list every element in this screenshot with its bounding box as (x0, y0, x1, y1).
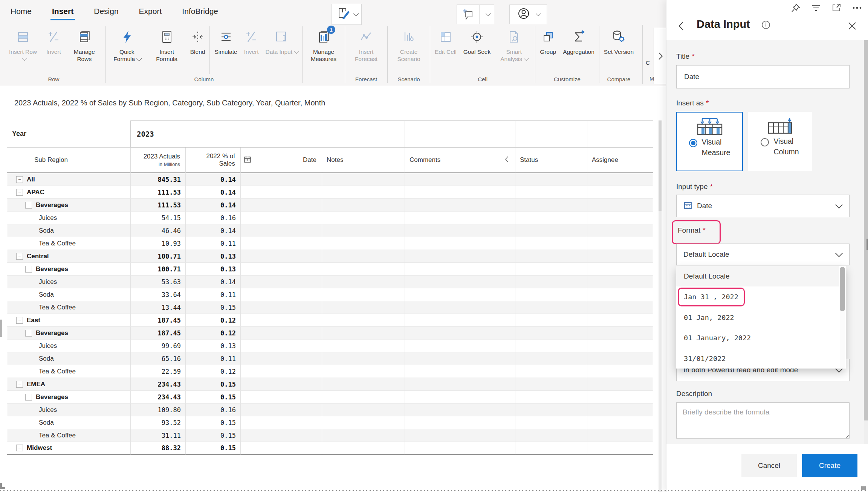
notes-cell[interactable] (322, 352, 405, 365)
date-cell[interactable] (240, 365, 322, 378)
actuals-value-cell[interactable]: 22.59 (130, 365, 185, 378)
format-option[interactable]: 01 Jan, 2022 (676, 307, 839, 327)
actuals-value-cell[interactable]: 234.43 (130, 391, 185, 404)
actuals-value-cell[interactable]: 187.45 (130, 327, 185, 340)
comments-cell[interactable] (405, 429, 515, 442)
pct-sales-value-cell[interactable]: 0.11 (185, 237, 240, 250)
notes-cell[interactable] (322, 429, 405, 442)
collapse-row-icon[interactable]: − (16, 189, 23, 196)
assignee-cell[interactable] (587, 442, 653, 455)
pct-sales-value-cell[interactable]: 0.14 (185, 173, 240, 186)
status-cell[interactable] (515, 340, 587, 352)
tab-home[interactable]: Home (10, 5, 32, 17)
pct-sales-value-cell[interactable]: 0.11 (185, 288, 240, 301)
column-header-status[interactable]: Status (515, 148, 587, 173)
column-header-comments[interactable]: Comments (405, 148, 515, 173)
column-header-assignee[interactable]: Assignee (587, 148, 653, 173)
date-cell[interactable] (240, 301, 322, 314)
comments-cell[interactable] (405, 340, 515, 352)
comments-cell[interactable] (405, 199, 515, 212)
column-header-sub-region[interactable]: Sub Region (7, 148, 130, 173)
notes-cell[interactable] (322, 340, 405, 352)
status-cell[interactable] (515, 276, 587, 288)
date-cell[interactable] (240, 404, 322, 416)
pct-sales-value-cell[interactable]: 0.15 (185, 378, 240, 391)
status-cell[interactable] (515, 416, 587, 429)
actuals-value-cell[interactable]: 53.63 (130, 276, 185, 288)
comments-cell[interactable] (405, 314, 515, 327)
pct-sales-value-cell[interactable]: 0.13 (185, 340, 240, 352)
title-input[interactable] (676, 65, 850, 88)
status-cell[interactable] (515, 378, 587, 391)
actuals-value-cell[interactable]: 111.53 (130, 186, 185, 199)
comments-cell[interactable] (405, 212, 515, 224)
collapse-row-icon[interactable]: − (25, 330, 32, 337)
format-select[interactable]: Default Locale (676, 244, 850, 265)
actuals-value-cell[interactable]: 93.52 (130, 416, 185, 429)
pct-sales-value-cell[interactable]: 0.15 (185, 391, 240, 404)
visual-column-radio[interactable] (761, 138, 769, 146)
ribbon-overflow-button[interactable] (654, 28, 666, 84)
notes-cell[interactable] (322, 199, 405, 212)
edit-cell-button[interactable]: Edit Cell (431, 25, 460, 55)
status-cell[interactable] (515, 301, 587, 314)
status-cell[interactable] (515, 365, 587, 378)
row-name-cell[interactable]: −East (7, 314, 130, 327)
date-cell[interactable] (240, 391, 322, 404)
resize-corner-left[interactable] (0, 483, 5, 489)
row-name-cell[interactable]: Soda (7, 416, 130, 429)
row-name-cell[interactable]: −Beverages (7, 327, 130, 340)
tab-design[interactable]: Design (93, 5, 119, 17)
date-cell[interactable] (240, 416, 322, 429)
column-header-date[interactable]: Date (240, 148, 322, 173)
pct-sales-value-cell[interactable]: 0.14 (185, 199, 240, 212)
group-button[interactable]: Group (536, 25, 559, 55)
row-name-cell[interactable]: Tea & Coffee (7, 429, 130, 442)
actuals-value-cell[interactable]: 65.16 (130, 352, 185, 365)
actuals-value-cell[interactable]: 33.64 (130, 288, 185, 301)
aggregation-button[interactable]: Aggregation (559, 25, 598, 55)
comments-cell[interactable] (405, 365, 515, 378)
actuals-value-cell[interactable]: 31.11 (130, 429, 185, 442)
year-value-cell[interactable]: 2023 (130, 120, 322, 148)
filter-icon[interactable] (811, 3, 821, 14)
pct-sales-value-cell[interactable]: 0.16 (185, 404, 240, 416)
status-cell[interactable] (515, 404, 587, 416)
left-scrollbar-thumb[interactable] (0, 320, 2, 337)
date-cell[interactable] (240, 378, 322, 391)
status-cell[interactable] (515, 429, 587, 442)
comments-cell[interactable] (405, 352, 515, 365)
assignee-cell[interactable] (587, 250, 653, 263)
date-cell[interactable] (240, 263, 322, 276)
row-name-cell[interactable]: Soda (7, 224, 130, 237)
date-cell[interactable] (240, 237, 322, 250)
comments-cell[interactable] (405, 276, 515, 288)
pct-sales-value-cell[interactable]: 0.15 (185, 416, 240, 429)
format-option[interactable]: 01 January, 2022 (676, 327, 839, 348)
format-option[interactable]: Default Locale (676, 266, 839, 286)
format-option-annotated[interactable]: Jan 31 , 2022 (676, 286, 839, 307)
actuals-value-cell[interactable]: 845.31 (130, 173, 185, 186)
comments-cell[interactable] (405, 173, 515, 186)
notes-cell[interactable] (322, 404, 405, 416)
date-cell[interactable] (240, 199, 322, 212)
assignee-cell[interactable] (587, 173, 653, 186)
status-cell[interactable] (515, 391, 587, 404)
status-cell[interactable] (515, 250, 587, 263)
row-name-cell[interactable]: −All (7, 173, 130, 186)
row-name-cell[interactable]: −Beverages (7, 263, 130, 276)
comments-cell[interactable] (405, 224, 515, 237)
manage-measures-button[interactable]: 1Manage Measures (304, 25, 344, 62)
manage-rows-button[interactable]: Manage Rows (64, 25, 104, 62)
assignee-cell[interactable] (587, 212, 653, 224)
status-cell[interactable] (515, 199, 587, 212)
row-name-cell[interactable]: −Central (7, 250, 130, 263)
notes-cell[interactable] (322, 288, 405, 301)
assignee-cell[interactable] (587, 288, 653, 301)
date-cell[interactable] (240, 340, 322, 352)
description-textarea[interactable] (676, 402, 850, 439)
clipped-button-label[interactable]: C (646, 59, 650, 66)
notes-cell[interactable] (322, 276, 405, 288)
pct-sales-value-cell[interactable]: 0.15 (185, 442, 240, 455)
assignee-cell[interactable] (587, 378, 653, 391)
